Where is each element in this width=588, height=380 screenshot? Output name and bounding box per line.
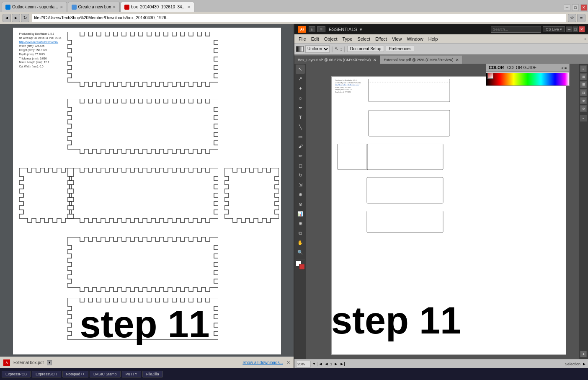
menu-window[interactable]: Window	[405, 36, 426, 41]
browser-close[interactable]: ✕	[580, 4, 587, 11]
right-expander[interactable]: «	[580, 115, 587, 121]
tool-paintbrush[interactable]: 🖌	[296, 142, 305, 151]
right-btn-5[interactable]: ⊕	[580, 97, 587, 104]
right-btn-1[interactable]: ≡	[580, 65, 587, 72]
pdf-favicon	[124, 5, 129, 10]
forward-button[interactable]: ►	[12, 14, 20, 22]
tab-create-box[interactable]: Create a new box ✕	[68, 2, 120, 12]
menu-object[interactable]: Object	[322, 36, 340, 41]
menu-select[interactable]: Select	[355, 36, 373, 41]
close-downloads[interactable]: ✕	[286, 360, 290, 365]
tool-pencil[interactable]: ✏	[296, 151, 305, 160]
tab-box-layout[interactable]: Box_Layout.ai* @ 66.67% (CMYK/Preview) ✕	[294, 55, 380, 64]
tab-external-box[interactable]: External box.pdf @ 25% (CMYK/Preview) ✕	[380, 55, 463, 64]
menu-effect[interactable]: Effect	[373, 36, 389, 41]
show-all-downloads[interactable]: Show all downloads...	[242, 360, 283, 365]
taskbar-item-2[interactable]: Notepad++	[62, 371, 89, 377]
tool-lasso[interactable]: ⌾	[296, 93, 305, 103]
ai-bridge-btn[interactable]: Br	[309, 26, 315, 32]
page-prev-btn[interactable]: ◄	[324, 362, 328, 366]
tool-direct-select[interactable]: ↗	[296, 74, 305, 83]
color-tab[interactable]: COLOR	[489, 65, 504, 70]
fill-stroke-area[interactable]	[296, 261, 305, 270]
ai-screen-mode[interactable]: ⊞	[317, 26, 325, 32]
address-input[interactable]	[32, 14, 566, 22]
tool-eraser[interactable]: ◻	[296, 161, 305, 170]
ai-maximize[interactable]: □	[573, 26, 578, 32]
taskbar-item-4[interactable]: PuTTY	[122, 371, 141, 377]
tool-pathmixer[interactable]: ⊗	[296, 199, 305, 209]
tool-select[interactable]: ↖	[296, 65, 305, 74]
taskbar-item-3[interactable]: BASIC Stamp	[90, 371, 121, 377]
taskbar-item-1[interactable]: ExpressSCH	[32, 371, 61, 377]
tab-pdf-active[interactable]: box_20140430_192610_34... ✕	[121, 2, 194, 12]
taskbar-item-0[interactable]: ExpressPCB	[2, 371, 31, 377]
right-btn-4[interactable]: ⊡	[580, 89, 587, 96]
ai-search-input[interactable]	[491, 26, 541, 33]
selection-tool-icon[interactable]: ↖	[335, 46, 338, 52]
preferences-btn[interactable]: Preferences	[386, 46, 414, 52]
tool-zoom[interactable]: 🔍	[296, 248, 305, 257]
right-btn-3[interactable]: ☰	[580, 81, 587, 88]
page-prev[interactable]: |◄	[317, 362, 323, 366]
ai-expander[interactable]: «	[584, 37, 586, 41]
ai-workspace-label[interactable]: ESSENTIALS	[329, 27, 357, 32]
tool-type[interactable]: T	[296, 113, 305, 122]
menu-type[interactable]: Type	[340, 36, 355, 41]
taskbar-item-5[interactable]: FileZilla	[142, 371, 163, 377]
tool-rect[interactable]: ▭	[296, 132, 305, 141]
panel-expand[interactable]: »	[562, 66, 564, 70]
ai-cs-live[interactable]: CS Live ▾	[543, 26, 565, 32]
browser-minimize[interactable]: ─	[564, 4, 570, 11]
page-next-end[interactable]: ►|	[340, 362, 345, 366]
tool-slice[interactable]: ⧉	[296, 228, 305, 238]
tab-close-2[interactable]: ✕	[113, 5, 116, 9]
tool-name: Selection	[565, 362, 580, 366]
ai-body: ↖ ↗ ✦ ⌾ ✒ T ╲ ▭ 🖌 ✏ ◻ ↻ ⇲ ⊕ ⊗ 📊 ⊞	[294, 64, 588, 359]
ai-minimize[interactable]: ─	[566, 26, 572, 32]
right-btn-bottom[interactable]: ✦	[580, 351, 587, 357]
right-btn-6[interactable]: ⊙	[580, 105, 587, 112]
svg-rect-3	[338, 144, 368, 170]
stroke-uniform-select[interactable]: Uniform	[305, 45, 330, 53]
tool-scale[interactable]: ⇲	[296, 180, 305, 189]
document-setup-btn[interactable]: Document Setup	[347, 46, 384, 52]
browser-bottom-bar: A External box.pdf ▼ Show all downloads.…	[0, 357, 294, 368]
tool-pen[interactable]: ✒	[296, 103, 305, 112]
status-arrow[interactable]: ►	[582, 362, 586, 366]
tool-artboard[interactable]: ⊞	[296, 219, 305, 228]
zoom-input[interactable]	[296, 361, 311, 367]
ai-close[interactable]: ✕	[579, 26, 585, 32]
tool-rotate[interactable]: ↻	[296, 171, 305, 180]
download-dropdown[interactable]: ▼	[47, 360, 52, 365]
download-filename[interactable]: External box.pdf	[13, 360, 44, 365]
refresh-button[interactable]: ↻	[21, 14, 29, 22]
tab-outlook[interactable]: Outlook.com - superda... ✕	[2, 2, 67, 12]
browser-maximize[interactable]: □	[572, 4, 579, 11]
menu-button[interactable]: ≡	[577, 14, 585, 22]
menu-file[interactable]: File	[296, 36, 309, 41]
tool-hand[interactable]: ✋	[296, 238, 305, 247]
ai-right-panel: ≡ ⊞ ☰ ⊡ ⊕ ⊙ « ✦	[579, 64, 588, 359]
zoom-dropdown[interactable]: ▼	[312, 362, 316, 366]
menu-help[interactable]: Help	[426, 36, 441, 41]
color-guide-tab[interactable]: COLOR GUIDE	[507, 65, 536, 70]
menu-view[interactable]: View	[389, 36, 405, 41]
tool-line[interactable]: ╲	[296, 122, 305, 132]
tool-magic-wand[interactable]: ✦	[296, 84, 305, 93]
browser-chrome: Outlook.com - superda... ✕ Create a new …	[0, 0, 588, 380]
direct-select-icon[interactable]: ↕	[340, 47, 343, 52]
stroke-color-swatch[interactable]	[296, 46, 304, 52]
right-btn-2[interactable]: ⊞	[580, 73, 587, 80]
tool-shapebuilder[interactable]: ⊕	[296, 190, 305, 199]
tab-close-3[interactable]: ✕	[187, 5, 191, 9]
page-next-btn[interactable]: ►	[334, 362, 338, 366]
color-gradient-bar[interactable]	[486, 73, 569, 85]
tool-columnGraph[interactable]: 📊	[296, 209, 305, 218]
menu-edit[interactable]: Edit	[309, 36, 322, 41]
back-button[interactable]: ◄	[3, 14, 11, 22]
tab-close[interactable]: ✕	[60, 5, 63, 9]
ai-status-bar: ▼ |◄ ◄ 1 ► ►| Selection ►	[294, 359, 588, 368]
bookmark-button[interactable]: ☆	[568, 14, 576, 22]
panel-menu[interactable]: ≡	[565, 66, 567, 70]
